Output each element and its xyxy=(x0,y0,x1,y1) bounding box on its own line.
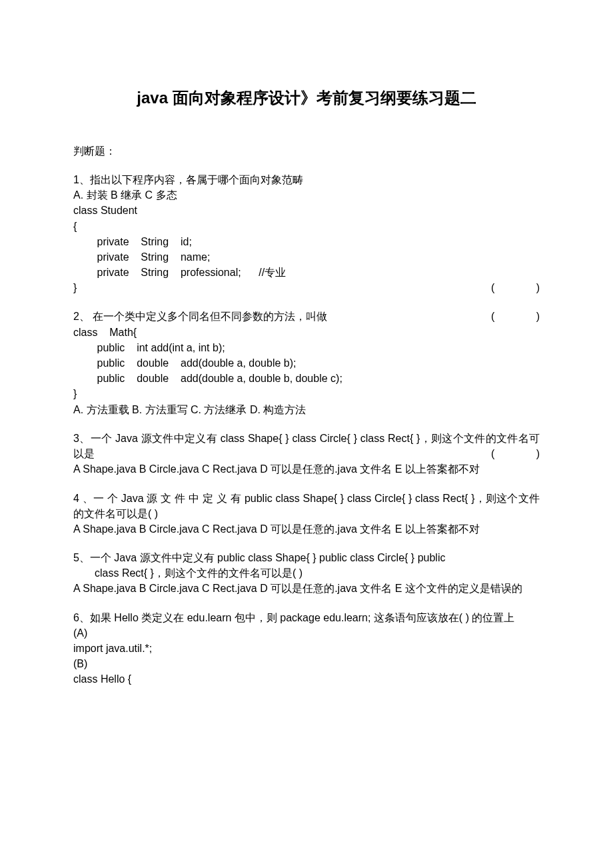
q2-code-line: public int add(int a, int b); xyxy=(73,340,540,355)
question-5: 5、一个 Java 源文件中定义有 public class Shape{ } … xyxy=(73,550,540,597)
q6-code-line: import java.util.*; xyxy=(73,641,540,656)
q3-prompt-text: 3、一个 Java 源文件中定义有 class Shape{ } class C… xyxy=(73,433,540,459)
q4-options: A Shape.java B Circle.java C Rect.java D… xyxy=(73,521,540,537)
q6-code-line: (A) xyxy=(73,625,540,641)
answer-blank: ( ) xyxy=(491,280,540,295)
q1-code-line: private String name; xyxy=(73,249,540,265)
q2-code-line: public double add(double a, double b, do… xyxy=(73,371,540,386)
q2-options: A. 方法重载 B. 方法重写 C. 方法继承 D. 构造方法 xyxy=(73,402,540,417)
document-title: java 面向对象程序设计》考前复习纲要练习题二 xyxy=(73,87,540,110)
answer-blank: ( ) xyxy=(491,446,540,461)
q6-prompt: 6、如果 Hello 类定义在 edu.learn 包中，则 package e… xyxy=(73,610,540,625)
question-2: 2、 在一个类中定义多个同名但不同参数的方法，叫做 ( ) class Math… xyxy=(73,309,540,417)
q2-prompt: 2、 在一个类中定义多个同名但不同参数的方法，叫做 xyxy=(73,309,327,324)
section-label: 判断题： xyxy=(73,143,540,159)
q2-code-line: class Math{ xyxy=(73,325,540,340)
q3-options: A Shape.java B Circle.java C Rect.java D… xyxy=(73,461,540,477)
q1-code-line: private String professional; //专业 xyxy=(73,265,540,280)
q1-code-line: { xyxy=(73,219,540,234)
q5-prompt-line1: 5、一个 Java 源文件中定义有 public class Shape{ } … xyxy=(73,550,540,565)
q2-code-line: public double add(double a, double b); xyxy=(73,355,540,371)
q1-prompt: 1、指出以下程序内容，各属于哪个面向对象范畴 xyxy=(73,172,540,187)
q5-options: A Shape.java B Circle.java C Rect.java D… xyxy=(73,581,540,596)
q6-code-line: (B) xyxy=(73,656,540,671)
q1-code-line: } xyxy=(73,280,77,295)
q1-options: A. 封装 B 继承 C 多态 xyxy=(73,187,540,203)
q2-code-line: } xyxy=(73,386,540,401)
answer-blank: ( ) xyxy=(491,309,540,324)
question-1: 1、指出以下程序内容，各属于哪个面向对象范畴 A. 封装 B 继承 C 多态 c… xyxy=(73,172,540,296)
q3-prompt: 3、一个 Java 源文件中定义有 class Shape{ } class C… xyxy=(73,431,540,461)
q6-code-line: class Hello { xyxy=(73,671,540,687)
q5-prompt-line2: class Rect{ }，则这个文件的文件名可以是( ) xyxy=(73,565,540,581)
question-3: 3、一个 Java 源文件中定义有 class Shape{ } class C… xyxy=(73,431,540,477)
q1-code-line: private String id; xyxy=(73,234,540,249)
question-6: 6、如果 Hello 类定义在 edu.learn 包中，则 package e… xyxy=(73,610,540,687)
document-page: java 面向对象程序设计》考前复习纲要练习题二 判断题： 1、指出以下程序内容… xyxy=(0,0,613,868)
question-4: 4 、一 个 Java 源 文 件 中 定 义 有 public class S… xyxy=(73,491,540,537)
q4-prompt: 4 、一 个 Java 源 文 件 中 定 义 有 public class S… xyxy=(73,491,540,521)
q1-code-line: class Student xyxy=(73,203,540,218)
